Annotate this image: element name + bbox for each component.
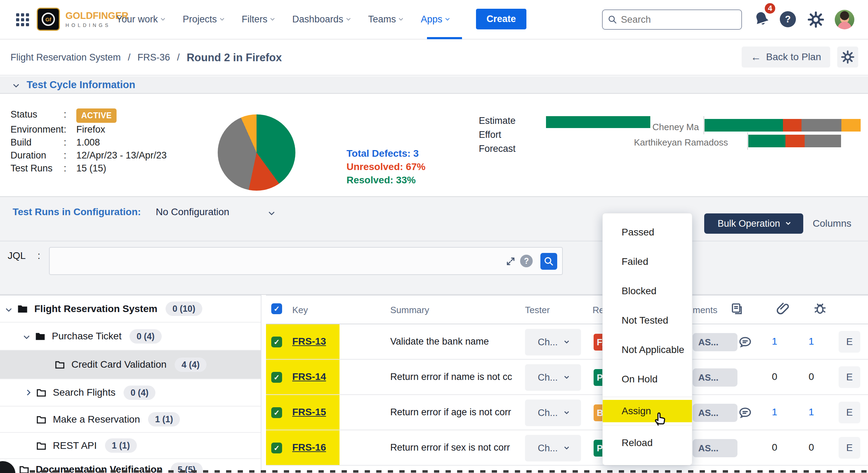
comment-bubble-icon[interactable] (738, 335, 752, 350)
config-section-label: Test Runs in Configuration: (13, 206, 141, 218)
collapse-chevron-icon[interactable] (13, 82, 19, 88)
nav-apps[interactable]: Apps (421, 14, 449, 25)
expand-icon[interactable] (505, 256, 516, 267)
create-button[interactable]: Create (476, 9, 526, 29)
chevron-down-icon[interactable] (24, 333, 30, 339)
test-key-link[interactable]: FRS-14 (292, 371, 326, 382)
tree-item-flight-reservation-system[interactable]: Flight Reservation System 0 (10) (0, 296, 261, 323)
breadcrumb-issue[interactable]: FRS-36 (138, 52, 170, 63)
tester-column-header[interactable]: Tester (525, 305, 550, 316)
folder-outline-icon (36, 414, 47, 425)
breadcrumb-project[interactable]: Flight Reservation System (10, 52, 121, 63)
menu-item-passed[interactable]: Passed (603, 218, 692, 247)
attachments-count[interactable]: 1 (763, 336, 786, 347)
attachments-count[interactable]: 1 (763, 407, 786, 418)
defects-count: 0 (800, 442, 823, 453)
help-icon[interactable]: ? (780, 11, 796, 27)
chevron-down-icon (346, 16, 351, 21)
build-label: Build (10, 136, 64, 149)
breadcrumb-separator: / (128, 52, 131, 63)
global-search[interactable] (602, 9, 742, 30)
tester-select[interactable]: Ch... (525, 400, 581, 426)
test-key-link[interactable]: FRS-13 (292, 336, 326, 347)
table-header-row: ✓ Key Summary Tester Re ments (266, 296, 868, 324)
test-cycle-information-header[interactable]: Test Cycle Information (0, 76, 868, 94)
chevron-down-icon[interactable] (269, 210, 275, 216)
select-all-checkbox[interactable]: ✓ (271, 303, 282, 314)
menu-item-not-tested[interactable]: Not Tested (603, 306, 692, 335)
nav-filters[interactable]: Filters (242, 14, 274, 25)
execute-button[interactable]: E (839, 437, 860, 459)
defects-column-icon[interactable] (813, 301, 827, 316)
defects-count[interactable]: 1 (800, 336, 823, 347)
menu-item-failed[interactable]: Failed (603, 247, 692, 276)
notification-count-badge: 4 (764, 2, 776, 15)
execute-button[interactable]: E (839, 402, 860, 423)
attachments-column-icon[interactable] (776, 301, 790, 316)
menu-item-on-hold[interactable]: On Hold (603, 365, 692, 394)
bulk-operation-menu: Passed Failed Blocked Not Tested Not App… (602, 213, 692, 465)
execute-button[interactable]: E (839, 331, 860, 353)
tree-item-credit-card-validation[interactable]: Credit Card Validation 4 (4) (0, 351, 261, 379)
columns-button[interactable]: Columns (813, 218, 851, 229)
configuration-select[interactable]: No Configuration (156, 206, 229, 218)
company-logo[interactable]: Gf GOLDFINGER HOLDINGS (37, 8, 128, 31)
tree-item-purchase-ticket[interactable]: Purchase Ticket 0 (4) (0, 323, 261, 351)
test-key-link[interactable]: FRS-15 (292, 407, 326, 418)
menu-item-reload[interactable]: Reload (603, 428, 692, 458)
total-defects: Total Defects: 3 (346, 147, 426, 160)
nav-projects[interactable]: Projects (183, 14, 224, 25)
tester-select[interactable]: Ch... (525, 364, 581, 391)
settings-gear-icon[interactable] (807, 10, 825, 29)
nav-teams[interactable]: Teams (368, 14, 403, 25)
section-title: Test Cycle Information (27, 79, 135, 91)
row-checkbox[interactable]: ✓ (271, 407, 282, 418)
jql-input[interactable] (54, 250, 502, 272)
summary-column-header[interactable]: Summary (390, 305, 429, 316)
arrow-left-icon: ← (751, 51, 761, 63)
tester-select[interactable]: Ch... (525, 329, 581, 355)
back-to-plan-button[interactable]: ← Back to Plan (742, 47, 830, 68)
tree-item-make-a-reservation[interactable]: Make a Reservation 1 (1) (0, 407, 261, 433)
menu-item-not-applicable[interactable]: Not Applicable (603, 335, 692, 365)
table-row: ✓ FRS-14 Return error if name is not cc … (266, 360, 868, 395)
chevron-down-icon[interactable] (6, 306, 12, 312)
tree-item-rest-api[interactable]: REST API 1 (1) (0, 433, 261, 459)
menu-item-assign[interactable]: Assign (603, 400, 692, 422)
test-key-link[interactable]: FRS-16 (292, 442, 326, 453)
test-script-column-icon[interactable] (730, 302, 744, 316)
tree-count-badge: 0 (10) (166, 302, 202, 316)
tree-item-search-flights[interactable]: Search Flights 0 (4) (0, 379, 261, 407)
environment-label: Environment (10, 123, 64, 136)
chevron-down-icon (445, 16, 450, 21)
jql-help-icon[interactable]: ? (520, 255, 533, 267)
search-input[interactable] (621, 14, 726, 25)
chevron-down-icon (399, 16, 403, 21)
row-checkbox[interactable]: ✓ (271, 443, 282, 453)
jql-search-button[interactable] (540, 253, 557, 270)
testruns-label: Test Runs (10, 162, 64, 175)
row-checkbox[interactable]: ✓ (271, 337, 282, 347)
bulk-operation-button[interactable]: Bulk Operation (704, 213, 803, 234)
folder-filled-icon (17, 303, 28, 315)
row-checkbox[interactable]: ✓ (271, 372, 282, 383)
tester-select[interactable]: Ch... (525, 435, 581, 461)
comment-bubble-icon[interactable] (738, 405, 752, 420)
defects-count[interactable]: 1 (800, 407, 823, 418)
execution-pie-chart (218, 114, 295, 191)
status-badge: ACTIVE (76, 108, 117, 123)
unresolved-defects: Unresolved: 67% (346, 160, 426, 174)
nav-dashboards[interactable]: Dashboards (292, 14, 350, 25)
key-column-header[interactable]: Key (292, 305, 308, 316)
nav-your-work[interactable]: Your work (116, 14, 164, 25)
execute-button[interactable]: E (839, 366, 860, 388)
cycle-settings-gear-icon[interactable] (837, 47, 858, 68)
app-switcher-icon[interactable] (16, 13, 29, 26)
breadcrumb: Flight Reservation System / FRS-36 / Rou… (10, 40, 282, 75)
chevron-right-icon[interactable] (25, 390, 31, 396)
comments-column-header-partial[interactable]: ments (693, 305, 718, 316)
test-runs-config-band: Test Runs in Configuration: No Configura… (0, 197, 868, 295)
tree-count-badge: 1 (1) (105, 438, 137, 453)
menu-item-blocked[interactable]: Blocked (603, 276, 692, 306)
user-avatar[interactable] (835, 10, 854, 29)
